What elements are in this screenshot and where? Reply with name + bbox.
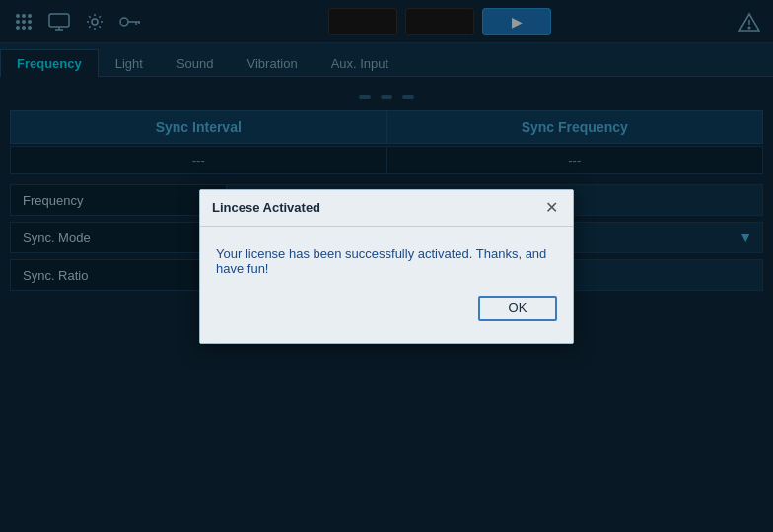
modal-title: Lincese Activated — [212, 200, 320, 215]
modal-message: Your license has been successfully activ… — [216, 246, 557, 276]
ok-button[interactable]: OK — [478, 296, 557, 321]
modal-body: Your license has been successfully activ… — [200, 227, 573, 343]
modal-overlay: Lincese Activated ✕ Your license has bee… — [0, 0, 773, 532]
modal-close-button[interactable]: ✕ — [541, 198, 561, 218]
modal-dialog: Lincese Activated ✕ Your license has bee… — [199, 189, 574, 344]
modal-footer: OK — [216, 296, 557, 327]
modal-titlebar: Lincese Activated ✕ — [200, 190, 573, 227]
